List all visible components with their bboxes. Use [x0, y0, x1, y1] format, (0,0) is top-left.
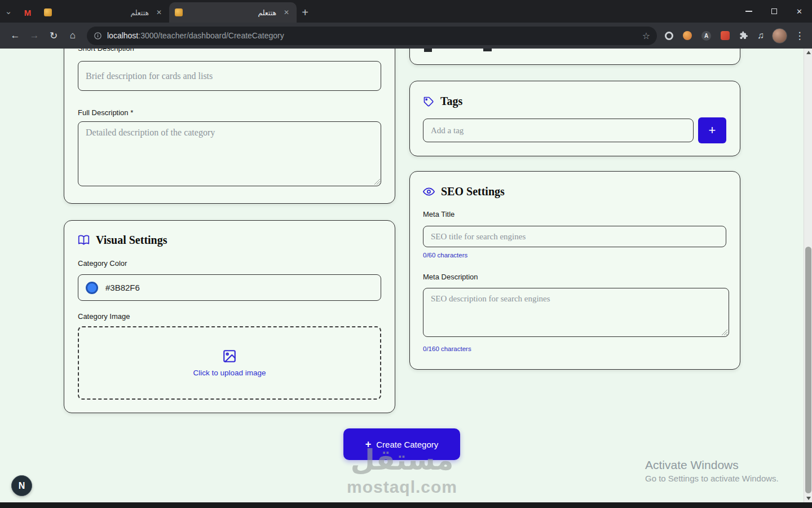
- window-bottom-strip: [0, 502, 812, 508]
- window-minimize-button[interactable]: [736, 0, 761, 23]
- seo-heading: SEO Settings: [423, 185, 505, 198]
- book-icon: [78, 234, 90, 246]
- image-upload-icon: [222, 349, 237, 364]
- tab-active[interactable]: هتتعلم ✕: [169, 2, 297, 23]
- create-category-button[interactable]: + Create Category: [343, 428, 460, 460]
- tab-inactive[interactable]: هتتعلم ✕: [38, 2, 169, 23]
- tags-heading: Tags: [423, 95, 462, 108]
- window-controls: ✕: [736, 0, 812, 23]
- plus-icon: +: [365, 439, 372, 450]
- extension-icons: A: [665, 30, 749, 41]
- full-description-textarea[interactable]: [78, 121, 381, 186]
- seo-settings-card: [409, 171, 740, 370]
- window-close-button[interactable]: ✕: [787, 0, 812, 23]
- image-upload-dropzone[interactable]: Click to upload image: [78, 326, 381, 400]
- short-description-input[interactable]: [78, 61, 381, 91]
- tab-search-chevron-icon[interactable]: ⌄: [0, 0, 17, 23]
- create-category-label: Create Category: [376, 440, 438, 449]
- color-hex-value: #3B82F6: [105, 283, 140, 292]
- tab-strip: ⌄ M هتتعلم ✕ هتتعلم ✕ + ✕: [0, 0, 812, 23]
- nextjs-dev-badge[interactable]: N: [11, 475, 32, 496]
- meta-description-counter: 0/160 characters: [423, 345, 471, 352]
- home-button[interactable]: ⌂: [63, 26, 82, 45]
- category-image-label: Category Image: [78, 312, 130, 321]
- reload-button[interactable]: ↻: [44, 26, 63, 45]
- tab-gmail-pinned[interactable]: M: [17, 2, 38, 23]
- extension-letter-a-icon[interactable]: A: [701, 31, 711, 41]
- scroll-down-arrow-icon[interactable]: [804, 494, 812, 502]
- browser-window: ⌄ M هتتعلم ✕ هتتعلم ✕ + ✕ ← → ↻ ⌂: [0, 0, 812, 508]
- category-color-label: Category Color: [78, 259, 127, 268]
- extension-persona-icon[interactable]: [683, 31, 692, 40]
- scrollbar-thumb[interactable]: [805, 247, 811, 493]
- extensions-puzzle-icon[interactable]: [739, 30, 749, 41]
- tab-close-icon[interactable]: ✕: [155, 8, 164, 17]
- short-description-label: Short Description: [78, 49, 134, 52]
- tags-title: Tags: [440, 95, 462, 108]
- activate-windows-title: Activate Windows: [645, 458, 739, 472]
- tab-title: هتتعلم: [130, 8, 149, 17]
- meta-description-textarea[interactable]: [423, 288, 729, 337]
- activate-windows-subtitle: Go to Settings to activate Windows.: [645, 474, 779, 483]
- tag-icon: [423, 96, 434, 107]
- clipped-top-card: [409, 49, 740, 65]
- site-favicon-icon: [44, 8, 52, 16]
- add-tag-input[interactable]: [423, 119, 694, 142]
- profile-avatar[interactable]: [772, 28, 787, 43]
- eye-icon: [423, 186, 435, 198]
- url-text: localhost:3000/teacher/dashboard/CreateC…: [107, 31, 284, 40]
- site-favicon-icon: [175, 8, 183, 16]
- bookmark-star-icon[interactable]: ☆: [642, 30, 650, 41]
- vertical-scrollbar[interactable]: [804, 49, 812, 502]
- watermark-latin: mostaql.com: [317, 478, 487, 497]
- meta-description-label: Meta Description: [423, 273, 478, 281]
- tab-close-icon[interactable]: ✕: [282, 8, 291, 17]
- clipped-content: [424, 49, 432, 52]
- address-bar[interactable]: localhost:3000/teacher/dashboard/CreateC…: [87, 27, 657, 45]
- forward-button[interactable]: →: [25, 26, 44, 45]
- site-info-icon[interactable]: [94, 32, 102, 40]
- page-viewport: Short Description Full Description * Vis…: [0, 49, 812, 502]
- new-tab-button[interactable]: +: [297, 2, 314, 23]
- browser-toolbar: ← → ↻ ⌂ localhost:3000/teacher/dashboard…: [0, 23, 812, 49]
- meta-title-input[interactable]: [423, 226, 726, 247]
- scroll-up-arrow-icon[interactable]: [804, 49, 812, 56]
- upload-hint-text: Click to upload image: [193, 369, 266, 377]
- tab-title: هتتعلم: [258, 8, 276, 17]
- seo-title: SEO Settings: [441, 185, 505, 198]
- extension-ring-icon[interactable]: [665, 32, 673, 40]
- category-color-input[interactable]: #3B82F6: [78, 274, 381, 301]
- gmail-icon: M: [24, 8, 32, 17]
- add-tag-button[interactable]: +: [698, 117, 726, 143]
- color-swatch[interactable]: [86, 282, 98, 294]
- meta-title-counter: 0/60 characters: [423, 252, 467, 259]
- extension-colored-icon[interactable]: [721, 31, 730, 40]
- full-description-label: Full Description *: [78, 108, 133, 117]
- visual-settings-title: Visual Settings: [96, 234, 167, 247]
- visual-settings-heading: Visual Settings: [78, 234, 167, 247]
- browser-menu-icon[interactable]: ⋮: [793, 30, 806, 42]
- clipped-content: [483, 49, 492, 51]
- window-maximize-button[interactable]: [761, 0, 787, 23]
- meta-title-label: Meta Title: [423, 210, 454, 218]
- back-button[interactable]: ←: [6, 26, 25, 45]
- media-controls-icon[interactable]: ♫: [757, 30, 764, 41]
